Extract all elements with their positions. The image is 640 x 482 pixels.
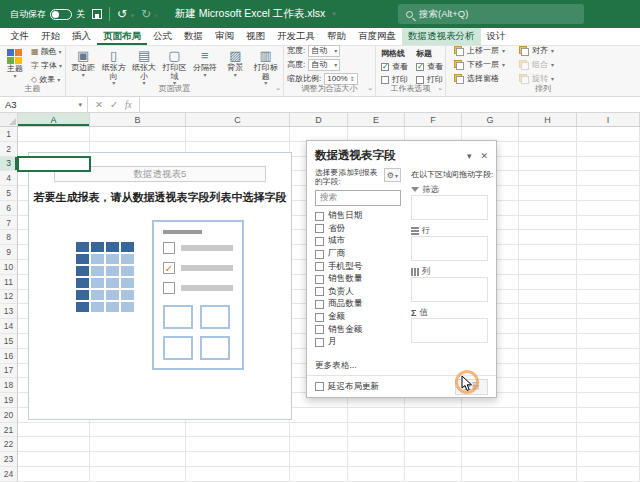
cell-i24[interactable] [577,467,640,482]
cell-a23[interactable] [18,452,90,467]
print-titles-button[interactable]: ▥打印标题▾ [252,48,280,83]
cell-a21[interactable] [18,423,90,438]
cell-b24[interactable] [90,467,186,482]
name-box[interactable]: A3 ▾ [0,97,88,112]
field-item[interactable]: 金额 [315,311,401,324]
defer-layout-checkbox[interactable] [315,382,324,391]
row-header-9[interactable]: 9 [0,245,18,260]
cell-f22[interactable] [405,437,462,452]
row-header-10[interactable]: 10 [0,260,18,275]
row-header-13[interactable]: 13 [0,304,18,319]
orientation-button[interactable]: ▯纸张方向▾ [99,48,127,83]
field-checkbox[interactable] [315,300,324,309]
pivot-placeholder[interactable]: 数据透视表5 若要生成报表，请从数据透视表字段列表中选择字段 ✓ [28,152,292,420]
row-header-6[interactable]: 6 [0,201,18,216]
cell-d21[interactable] [290,423,348,438]
cell-i11[interactable] [577,275,640,290]
field-item[interactable]: 手机型号 [315,260,401,273]
field-item[interactable]: 负责人 [315,286,401,299]
ribbon-tab[interactable]: 设计 [481,28,512,45]
row-header-19[interactable]: 19 [0,393,18,408]
cell-h18[interactable] [519,378,577,393]
row-header-22[interactable]: 22 [0,437,18,452]
row-header-8[interactable]: 8 [0,230,18,245]
cell-i1[interactable] [577,127,640,142]
cell-i19[interactable] [577,393,640,408]
field-checkbox[interactable] [315,224,324,233]
row-header-24[interactable]: 24 [0,467,18,482]
scale-width-control[interactable]: 宽度: 自动▾ [287,45,372,57]
cell-e24[interactable] [348,467,405,482]
area-dropzone-values[interactable] [411,318,488,343]
cell-c23[interactable] [186,452,290,467]
dialog-launcher-icon[interactable]: ⌄ [437,82,443,94]
cell-i23[interactable] [577,452,640,467]
group-button[interactable]: 组合▾ [519,59,554,70]
pane-options-icon[interactable]: ▾ [467,151,472,161]
field-checkbox[interactable] [315,275,324,284]
cell-h6[interactable] [519,201,577,216]
cell-a1[interactable] [18,127,90,142]
cell-i15[interactable] [577,334,640,349]
row-header-12[interactable]: 12 [0,290,18,305]
field-item[interactable]: 商品数量 [315,298,401,311]
field-checkbox[interactable] [315,250,324,259]
cell-i10[interactable] [577,260,640,275]
cell-h22[interactable] [519,437,577,452]
view-checkbox[interactable]: 查看 [416,61,443,72]
row-header-21[interactable]: 21 [0,423,18,438]
area-dropzone-columns[interactable] [411,277,488,302]
row-header-5[interactable]: 5 [0,186,18,201]
row-header-1[interactable]: 1 [0,127,18,142]
themes-button[interactable]: 主题 ▾ [3,48,27,83]
fonts-button[interactable]: 字字体▾ [31,60,62,71]
bring-forward-button[interactable]: 上移一层▾ [454,45,505,56]
cell-g24[interactable] [462,467,519,482]
field-item[interactable]: 厂商 [315,248,401,261]
margins-button[interactable]: ▣页边距▾ [69,48,97,83]
cell-i5[interactable] [577,186,640,201]
row-header-18[interactable]: 18 [0,378,18,393]
cell-g21[interactable] [462,423,519,438]
column-header-h[interactable]: H [519,113,577,126]
cell-a24[interactable] [18,467,90,482]
select-all-corner[interactable] [0,113,18,126]
column-header-c[interactable]: C [186,113,290,126]
field-checkbox[interactable] [315,212,324,221]
cell-i20[interactable] [577,408,640,423]
field-item[interactable]: 城市 [315,235,401,248]
cell-h5[interactable] [519,186,577,201]
column-header-b[interactable]: B [90,113,186,126]
cell-c24[interactable] [186,467,290,482]
cell-h11[interactable] [519,275,577,290]
row-header-3[interactable]: 3 [0,157,18,172]
cell-h14[interactable] [519,319,577,334]
cancel-entry-icon[interactable]: ✕ [95,99,103,110]
cell-b21[interactable] [90,423,186,438]
ribbon-tab[interactable]: 文件 [4,28,35,45]
cell-i2[interactable] [577,142,640,157]
row-header-14[interactable]: 14 [0,319,18,334]
scale-height-control[interactable]: 高度: 自动▾ [287,59,372,71]
cell-b23[interactable] [90,452,186,467]
field-checkbox[interactable] [315,325,324,334]
field-checkbox[interactable] [315,287,324,296]
cell-i16[interactable] [577,349,640,364]
cell-h8[interactable] [519,230,577,245]
field-checkbox[interactable] [315,262,324,271]
tools-gear-button[interactable]: ⚙▾ [384,168,401,182]
field-item[interactable]: 月 [315,336,401,349]
field-checkbox[interactable] [315,338,324,347]
cell-h1[interactable] [519,127,577,142]
field-item[interactable]: 省份 [315,223,401,236]
breaks-button[interactable]: ≡分隔符▾ [191,48,219,83]
print-area-button[interactable]: ▢打印区域▾ [160,48,188,83]
cell-i3[interactable] [577,157,640,172]
cell-b22[interactable] [90,437,186,452]
ribbon-tab[interactable]: 页面布局 [97,28,147,45]
ribbon-tab[interactable]: 百度网盘 [352,28,402,45]
cell-i9[interactable] [577,245,640,260]
cell-i21[interactable] [577,423,640,438]
row-header-7[interactable]: 7 [0,216,18,231]
cell-g22[interactable] [462,437,519,452]
